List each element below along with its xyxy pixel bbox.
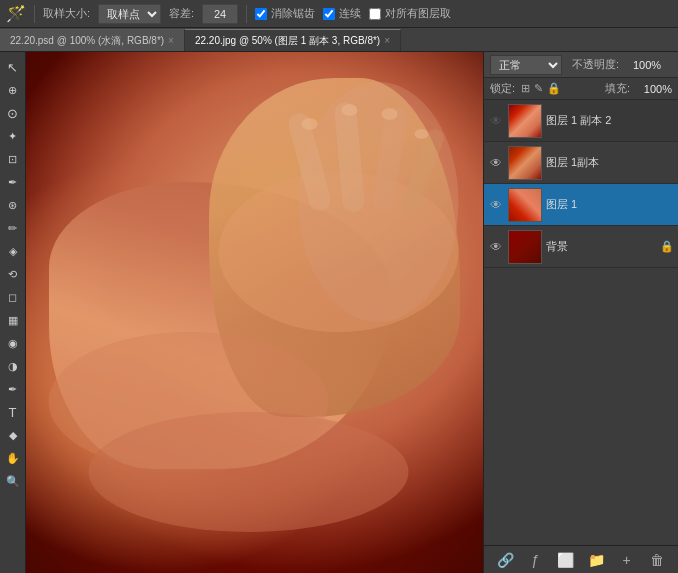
- layer-1-eye[interactable]: 👁: [488, 239, 504, 255]
- layers-bottom-bar: 🔗 ƒ ⬜ 📁 + 🗑: [484, 545, 678, 573]
- layers-panel: 正常 不透明度: 100% 锁定: ⊞ ✎ 🔒 填充: 100% 👁: [483, 52, 678, 573]
- layer-1-thumbnail: [508, 230, 542, 264]
- all-layers-checkbox[interactable]: [369, 8, 381, 20]
- tool-gradient[interactable]: ▦: [2, 309, 24, 331]
- separator: [34, 5, 35, 23]
- tool-pen[interactable]: ✒: [2, 378, 24, 400]
- top-toolbar: 🪄 取样大小: 取样点 容差: 消除锯齿 连续 对所有图层取: [0, 0, 678, 28]
- fill-label: 填充:: [605, 81, 630, 96]
- layer-3-eye[interactable]: 👁: [488, 155, 504, 171]
- hand-svg: [26, 52, 483, 573]
- layer-row-2[interactable]: 👁 图层 1: [484, 184, 678, 226]
- tool-heal[interactable]: ⊛: [2, 194, 24, 216]
- all-layers-label: 对所有图层取: [385, 6, 451, 21]
- lock-all-btn[interactable]: 🔒: [547, 82, 561, 95]
- layer-2-thumb-img: [509, 189, 541, 221]
- lock-label: 锁定:: [490, 81, 515, 96]
- tool-brush[interactable]: ✏: [2, 217, 24, 239]
- layer-1-lock-icon: 🔒: [660, 240, 674, 253]
- tool-lasso[interactable]: ⊙: [2, 102, 24, 124]
- svg-point-1: [89, 412, 409, 532]
- left-toolbar: ↖ ⊕ ⊙ ✦ ⊡ ✒ ⊛ ✏ ◈ ⟲ ◻ ▦ ◉ ◑ ✒ T ◆ ✋ 🔍: [0, 52, 26, 573]
- add-mask-btn[interactable]: ⬜: [556, 550, 576, 570]
- tool-type[interactable]: T: [2, 401, 24, 423]
- magic-wand-icon: 🪄: [6, 4, 26, 23]
- svg-point-9: [342, 104, 358, 116]
- layer-row-4[interactable]: 👁 图层 1 副本 2: [484, 100, 678, 142]
- tool-path[interactable]: ◆: [2, 424, 24, 446]
- layer-1-thumb-img: [509, 231, 541, 263]
- tab-jpg[interactable]: 22.20.jpg @ 50% (图层 1 副本 3, RGB/8*) ×: [185, 29, 401, 51]
- lock-bar: 锁定: ⊞ ✎ 🔒 填充: 100%: [484, 78, 678, 100]
- layer-row-1[interactable]: 👁 背景 🔒: [484, 226, 678, 268]
- tool-zoom[interactable]: 🔍: [2, 470, 24, 492]
- layer-2-eye[interactable]: 👁: [488, 197, 504, 213]
- tool-history[interactable]: ⟲: [2, 263, 24, 285]
- main-area: ↖ ⊕ ⊙ ✦ ⊡ ✒ ⊛ ✏ ◈ ⟲ ◻ ▦ ◉ ◑ ✒ T ◆ ✋ 🔍: [0, 52, 678, 573]
- tool-crop[interactable]: ⊡: [2, 148, 24, 170]
- tolerance-label: 容差:: [169, 6, 194, 21]
- tool-clone[interactable]: ◈: [2, 240, 24, 262]
- add-style-btn[interactable]: ƒ: [525, 550, 545, 570]
- layer-3-name: 图层 1副本: [546, 155, 674, 170]
- separator2: [246, 5, 247, 23]
- sample-size-label: 取样大小:: [43, 6, 90, 21]
- tolerance-input[interactable]: [202, 4, 238, 24]
- tool-eraser[interactable]: ◻: [2, 286, 24, 308]
- layers-top-bar: 正常 不透明度: 100%: [484, 52, 678, 78]
- hand-scene: [26, 52, 483, 573]
- sample-size-select[interactable]: 取样点: [98, 4, 161, 24]
- lock-position-btn[interactable]: ✎: [534, 82, 543, 95]
- fill-value: 100%: [636, 83, 672, 95]
- tab-bar: 22.20.psd @ 100% (水滴, RGB/8*) × 22.20.jp…: [0, 28, 678, 52]
- contiguous-label: 连续: [339, 6, 361, 21]
- opacity-value: 100%: [625, 59, 661, 71]
- canvas-area[interactable]: [26, 52, 483, 573]
- anti-alias-group: 消除锯齿: [255, 6, 315, 21]
- layer-3-thumbnail: [508, 146, 542, 180]
- layer-row-3[interactable]: 👁 图层 1副本: [484, 142, 678, 184]
- anti-alias-label: 消除锯齿: [271, 6, 315, 21]
- layer-4-eye[interactable]: 👁: [488, 113, 504, 129]
- contiguous-group: 连续: [323, 6, 361, 21]
- layer-3-thumb-img: [509, 147, 541, 179]
- tool-blur[interactable]: ◉: [2, 332, 24, 354]
- all-layers-group: 对所有图层取: [369, 6, 451, 21]
- layer-4-thumbnail: [508, 104, 542, 138]
- svg-point-8: [302, 118, 318, 130]
- layer-4-thumb-img: [509, 105, 541, 137]
- tool-hand[interactable]: ✋: [2, 447, 24, 469]
- tab-psd-close[interactable]: ×: [168, 35, 174, 46]
- tab-jpg-close[interactable]: ×: [384, 35, 390, 46]
- anti-alias-checkbox[interactable]: [255, 8, 267, 20]
- tool-dodge[interactable]: ◑: [2, 355, 24, 377]
- layer-1-name: 背景: [546, 239, 656, 254]
- lock-icons-group: ⊞ ✎ 🔒: [521, 82, 561, 95]
- blend-mode-select[interactable]: 正常: [490, 55, 562, 75]
- svg-point-10: [382, 108, 398, 120]
- tool-arrow[interactable]: ↖: [2, 56, 24, 78]
- layer-4-name: 图层 1 副本 2: [546, 113, 674, 128]
- tab-psd[interactable]: 22.20.psd @ 100% (水滴, RGB/8*) ×: [0, 29, 185, 51]
- tool-move[interactable]: ⊕: [2, 79, 24, 101]
- layers-list: 👁 图层 1 副本 2 👁 图层 1副本 👁: [484, 100, 678, 545]
- new-layer-btn[interactable]: +: [616, 550, 636, 570]
- canvas-image: [26, 52, 483, 573]
- tool-magic-wand[interactable]: ✦: [2, 125, 24, 147]
- opacity-label: 不透明度:: [572, 57, 619, 72]
- tool-eyedropper[interactable]: ✒: [2, 171, 24, 193]
- link-layers-btn[interactable]: 🔗: [495, 550, 515, 570]
- delete-layer-btn[interactable]: 🗑: [647, 550, 667, 570]
- layer-2-name: 图层 1: [546, 197, 674, 212]
- lock-pixels-btn[interactable]: ⊞: [521, 82, 530, 95]
- layer-2-thumbnail: [508, 188, 542, 222]
- new-group-btn[interactable]: 📁: [586, 550, 606, 570]
- svg-point-11: [415, 129, 429, 139]
- tab-jpg-label: 22.20.jpg @ 50% (图层 1 副本 3, RGB/8*): [195, 34, 380, 48]
- contiguous-checkbox[interactable]: [323, 8, 335, 20]
- tab-psd-label: 22.20.psd @ 100% (水滴, RGB/8*): [10, 34, 164, 48]
